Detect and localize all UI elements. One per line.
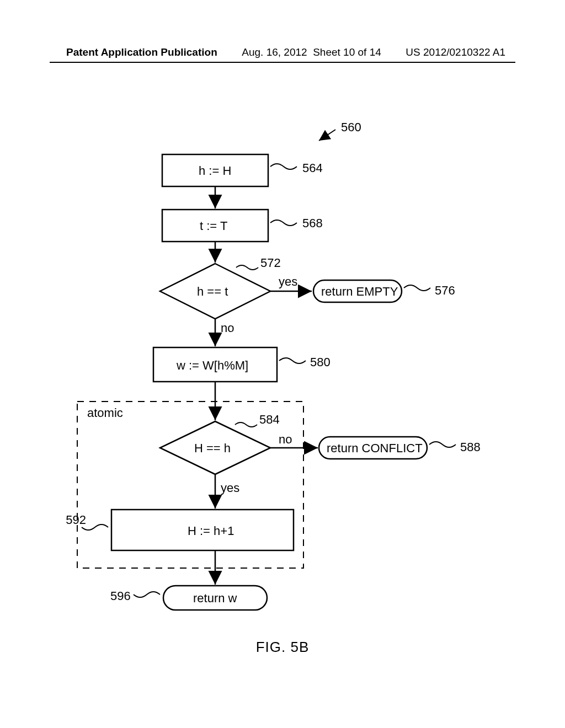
figure-caption: FIG. 5B <box>0 639 565 656</box>
svg-text:584: 584 <box>259 413 280 426</box>
main-ref: 560 <box>319 120 361 141</box>
svg-text:564: 564 <box>302 161 323 175</box>
node-588: return CONFLICT 588 <box>319 437 481 459</box>
publication-label: Patent Application Publication <box>66 46 217 58</box>
svg-text:t := T: t := T <box>200 219 227 233</box>
svg-line-0 <box>319 130 335 141</box>
edge-no-584: no <box>279 432 292 446</box>
svg-text:return CONFLICT: return CONFLICT <box>327 441 423 455</box>
svg-text:h == t: h == t <box>197 285 228 298</box>
page-header: Patent Application Publication Aug. 16, … <box>0 46 565 63</box>
svg-text:H == h: H == h <box>194 441 231 455</box>
svg-text:592: 592 <box>66 513 86 527</box>
publication-number: US 2012/0210322 A1 <box>406 46 505 58</box>
flowchart: 560 h := H 564 t := T 568 h == t 572 yes… <box>0 99 565 629</box>
svg-text:h := H: h := H <box>199 164 231 178</box>
svg-text:596: 596 <box>110 589 131 603</box>
svg-text:atomic: atomic <box>87 406 123 420</box>
node-580: w := W[h%M] 580 <box>153 347 331 382</box>
node-576: return EMPTY 576 <box>313 280 455 302</box>
edge-yes-572: yes <box>279 275 297 288</box>
svg-text:w := W[h%M]: w := W[h%M] <box>176 358 248 372</box>
node-572: h == t 572 <box>160 256 281 319</box>
node-568: t := T 568 <box>162 210 323 242</box>
svg-text:return EMPTY: return EMPTY <box>321 285 398 298</box>
svg-text:560: 560 <box>341 120 361 134</box>
svg-text:580: 580 <box>310 355 331 369</box>
svg-text:576: 576 <box>435 283 455 297</box>
node-596: return w 596 <box>110 586 267 610</box>
edge-yes-584: yes <box>221 481 239 495</box>
edge-no-572: no <box>221 321 234 335</box>
svg-text:572: 572 <box>260 256 281 270</box>
publication-date-sheet: Aug. 16, 2012 Sheet 10 of 14 <box>242 46 381 58</box>
node-564: h := H 564 <box>162 154 323 186</box>
node-584: H == h 584 <box>160 413 280 474</box>
svg-text:return w: return w <box>193 591 237 605</box>
svg-text:588: 588 <box>460 440 481 454</box>
node-592: H := h+1 592 <box>66 510 294 550</box>
svg-text:568: 568 <box>302 216 323 230</box>
svg-text:H := h+1: H := h+1 <box>188 524 234 538</box>
